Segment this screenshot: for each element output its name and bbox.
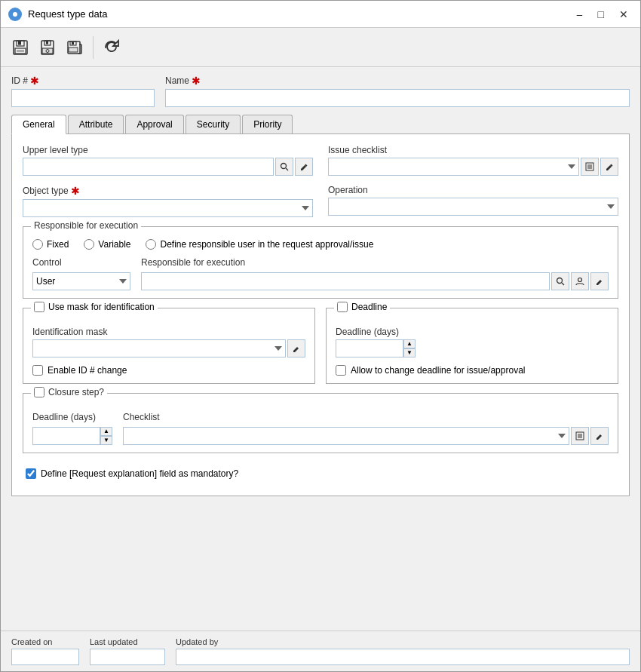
object-type-select[interactable] [23, 199, 313, 217]
save-disk-icon [11, 38, 29, 57]
id-mask-edit-button[interactable] [287, 339, 305, 357]
deadline-days-spinner: ▲ ▼ [336, 339, 609, 357]
mask-deadline-panels: Use mask for identification Identificati… [23, 308, 618, 384]
issue-checklist-input-group [328, 158, 618, 176]
control-select[interactable]: User Group Role [32, 272, 130, 290]
svg-rect-5 [17, 50, 24, 52]
minimize-button[interactable]: ‒ [572, 7, 587, 22]
user-icon [575, 277, 584, 286]
deadline-checkbox[interactable] [337, 302, 348, 312]
svg-line-25 [562, 283, 564, 285]
closure-spinner-up[interactable]: ▲ [100, 427, 112, 436]
deadline-days-label: Deadline (days) [336, 327, 609, 337]
last-updated-input [90, 649, 165, 665]
closure-checklist-search-button[interactable] [571, 427, 589, 445]
save-floppy-icon [38, 38, 57, 57]
issue-checklist-select[interactable] [328, 158, 579, 176]
name-field-group: Name ✱ [165, 75, 630, 107]
radio-fixed[interactable]: Fixed [32, 239, 69, 250]
closure-step-checkbox[interactable] [34, 387, 44, 397]
svg-line-19 [286, 168, 288, 170]
refresh-button[interactable] [100, 35, 124, 60]
enable-id-label[interactable]: Enable ID # change [32, 365, 305, 376]
responsible-groupbox: Responsible for execution Fixed Variable… [23, 226, 618, 299]
id-mask-content: Identification mask Enable ID # change [32, 327, 305, 376]
tab-content-general: Upper level type [11, 134, 630, 496]
resp-edit-icon [595, 277, 604, 286]
save-all-icon [66, 38, 84, 57]
closure-checklist-select[interactable] [123, 427, 569, 445]
id-required-mark: ✱ [30, 75, 39, 87]
issue-checklist-search-button[interactable] [581, 158, 599, 176]
checklist-edit-icon [605, 162, 614, 171]
id-mask-input-group [32, 339, 305, 357]
object-type-row: Object type ✱ [23, 185, 313, 217]
toolbar [1, 28, 640, 67]
close-button[interactable]: ✕ [615, 7, 633, 22]
name-input[interactable] [165, 89, 630, 107]
control-field: Control User Group Role [32, 257, 130, 290]
use-mask-checkbox[interactable] [34, 302, 44, 312]
mandatory-row: Define [Request explanation] field as ma… [23, 462, 618, 485]
updated-by-input [176, 649, 630, 665]
save-all-button[interactable] [63, 35, 87, 60]
enable-id-row: Enable ID # change [32, 365, 305, 376]
issue-checklist-edit-button[interactable] [600, 158, 618, 176]
closure-groupbox: Closure step? Deadline (days) ▲ ▼ [23, 393, 618, 453]
tab-attribute[interactable]: Attribute [68, 115, 124, 133]
closure-checklist-input-group [123, 427, 609, 445]
app-icon [8, 8, 22, 21]
save-button-1[interactable] [8, 35, 32, 60]
closure-fields-row: Deadline (days) ▲ ▼ Checklist [32, 412, 609, 445]
radio-variable-input[interactable] [84, 239, 94, 250]
radio-define[interactable]: Define responsible user in the request a… [146, 239, 373, 250]
enable-id-checkbox[interactable] [32, 365, 43, 376]
id-input[interactable] [11, 89, 155, 107]
control-row: Control User Group Role Responsible for … [32, 257, 609, 290]
resp-exec-search-button[interactable] [551, 272, 569, 290]
closure-deadline-input[interactable] [32, 427, 100, 445]
tab-approval[interactable]: Approval [125, 115, 183, 133]
svg-rect-14 [69, 48, 78, 52]
maximize-button[interactable]: □ [593, 7, 609, 22]
save-button-2[interactable] [35, 35, 60, 60]
control-label: Control [32, 257, 130, 268]
svg-point-26 [578, 278, 582, 282]
resp-exec-input[interactable] [141, 272, 550, 290]
window-title: Request type data [28, 8, 108, 20]
issue-checklist-label: Issue checklist [328, 145, 618, 155]
deadline-spinner-up[interactable]: ▲ [403, 339, 416, 348]
tab-security[interactable]: Security [186, 115, 241, 133]
deadline-days-input[interactable] [336, 339, 403, 357]
mask-edit-icon [292, 344, 301, 353]
tab-priority[interactable]: Priority [242, 115, 293, 133]
svg-rect-8 [46, 41, 48, 44]
mandatory-label[interactable]: Define [Request explanation] field as ma… [26, 468, 238, 479]
upper-level-input[interactable] [23, 158, 274, 176]
closure-checklist-edit-button[interactable] [590, 427, 609, 445]
radio-define-input[interactable] [146, 239, 156, 250]
refresh-icon [103, 38, 121, 57]
name-label: Name ✱ [165, 75, 630, 87]
upper-level-edit-button[interactable] [295, 158, 313, 176]
closure-spinner-down[interactable]: ▼ [100, 436, 112, 445]
upper-level-search-button[interactable] [275, 158, 293, 176]
radio-variable[interactable]: Variable [84, 239, 130, 250]
operation-label: Operation [328, 185, 618, 195]
id-mask-select[interactable] [32, 339, 286, 357]
resp-exec-edit-button[interactable] [590, 272, 609, 290]
tab-general[interactable]: General [11, 115, 66, 134]
closure-checklist-field: Checklist [123, 412, 609, 445]
deadline-panel: Deadline Deadline (days) ▲ ▼ [326, 308, 618, 384]
allow-change-checkbox[interactable] [336, 365, 346, 376]
updated-by-field: Updated by [176, 637, 630, 665]
upper-level-col: Upper level type [23, 145, 313, 185]
allow-change-label[interactable]: Allow to change deadline for issue/appro… [336, 365, 609, 376]
mandatory-checkbox[interactable] [26, 468, 36, 479]
closure-deadline-label: Deadline (days) [32, 412, 112, 422]
closure-checklist-label: Checklist [123, 412, 609, 422]
radio-fixed-input[interactable] [32, 239, 43, 250]
operation-select[interactable] [328, 198, 618, 216]
deadline-spinner-down[interactable]: ▼ [403, 348, 416, 357]
resp-exec-user-button[interactable] [571, 272, 589, 290]
